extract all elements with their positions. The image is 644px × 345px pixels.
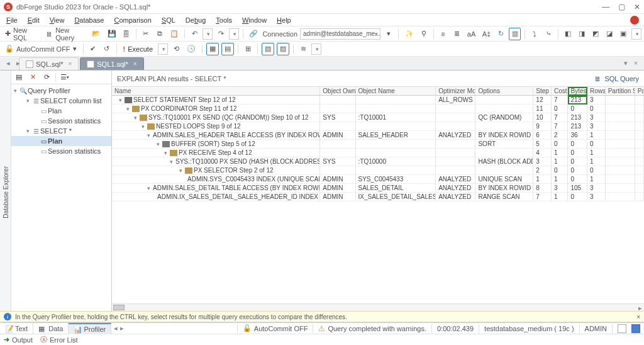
col-header[interactable]: Options (475, 87, 533, 96)
menu-edit[interactable]: Edit (24, 15, 43, 25)
step-into-button[interactable]: ⤷ (543, 28, 554, 40)
maximize-button[interactable]: ▢ (618, 3, 625, 11)
btab-next[interactable]: ▸ (120, 324, 124, 332)
tool-wand2-button[interactable]: ⚲ (418, 28, 430, 40)
tab-close-icon[interactable]: × (133, 60, 137, 67)
grid1-button[interactable]: ▦ (206, 43, 219, 55)
menu-help[interactable]: Help (273, 15, 295, 25)
table-row[interactable]: ▾ADMIN.SALES_HEADER TABLE ACCESS (BY IND… (112, 131, 644, 140)
case-button[interactable]: aA (465, 28, 478, 40)
btab-profiler[interactable]: 📊Profiler (69, 323, 111, 334)
tree-node[interactable]: ▭Plan (11, 106, 111, 116)
tree-node[interactable]: ▭Session statistics (11, 146, 111, 156)
grid4-button[interactable]: ▧ (262, 43, 274, 55)
undo-button[interactable]: ↶ (189, 28, 200, 40)
tab-nav-next[interactable]: ▸ (14, 59, 23, 67)
status-btn1[interactable] (618, 324, 626, 333)
table-row[interactable]: ▾PX RECEIVE Step 4 of 124101 (112, 149, 644, 157)
tree-root[interactable]: ▾🔍Query Profiler (11, 86, 111, 96)
menu-sql[interactable]: SQL (158, 15, 179, 25)
col-header[interactable]: Bytes (568, 87, 587, 96)
profiler-tree[interactable]: ▾🔍Query Profiler▾☰SELECT column list▭Pla… (11, 84, 111, 311)
table-row[interactable]: ADMIN.IX_SALES_DETAIL_SALES_HEADER_ID IN… (112, 193, 644, 201)
align-top-button[interactable]: ≣ (452, 28, 463, 40)
col-header[interactable]: Cost (551, 87, 568, 96)
align-left-button[interactable]: ≡ (438, 28, 449, 40)
table-row[interactable]: ▾NESTED LOOPS Step 9 of 12972133 (112, 122, 644, 131)
bp1-button[interactable]: ◧ (562, 28, 574, 40)
tree-node[interactable]: ▾☰SELECT * (11, 126, 111, 136)
table-row[interactable]: ▾SYS.:TQ10000 PX SEND (HASH (BLOCK ADDRE… (112, 157, 644, 166)
grid3-button[interactable]: ⊞ (242, 43, 253, 55)
redo-history-combo[interactable] (229, 28, 239, 40)
redo-button[interactable]: ↷ (215, 28, 226, 40)
fmt-button[interactable]: ≋ (297, 43, 309, 55)
tab-close-all-button[interactable]: × (631, 59, 640, 67)
menu-tools[interactable]: Tools (212, 15, 236, 25)
delete-icon[interactable]: ✕ (28, 72, 38, 82)
sql-query-link[interactable]: 🗎 SQL Query (594, 75, 639, 82)
hint-close-button[interactable]: × (636, 314, 640, 320)
save-button[interactable]: 💾 (106, 28, 118, 40)
tab-close-icon[interactable]: × (68, 60, 72, 67)
btab-prev[interactable]: ◂ (114, 324, 118, 332)
plan-grid[interactable]: NameObject OwnerObject NameOptimizer Mod… (112, 87, 644, 201)
refresh-tree-icon[interactable]: ⟳ (42, 72, 52, 82)
menu-comparison[interactable]: Comparison (110, 15, 155, 25)
table-row[interactable]: ADMIN.SYS_C0045433 INDEX (UNIQUE SCAN) S… (112, 175, 644, 184)
tab-nav-prev[interactable]: ◂ (4, 59, 13, 67)
col-header[interactable]: Partition Start (605, 87, 635, 96)
open-button[interactable]: 📂 (90, 28, 103, 40)
layout-button[interactable]: ▥ (509, 28, 521, 40)
close-button[interactable]: ✕ (634, 3, 640, 11)
table-row[interactable]: ▾SELECT STATEMENT Step 12 of 12ALL_ROWS1… (112, 96, 644, 105)
exec-cursor-button[interactable]: ⟲ (170, 43, 182, 55)
conn-action-button[interactable]: ▾ (383, 28, 394, 40)
menu-file[interactable]: File (3, 15, 21, 25)
tab-list-button[interactable]: ▾ (621, 59, 630, 67)
connect-icon[interactable]: 🔗 (247, 28, 260, 40)
bp-combo[interactable] (631, 28, 641, 40)
table-row[interactable]: ▾SYS.:TQ10001 PX SEND (QC (RANDOM)) Step… (112, 113, 644, 122)
exec-stop-button[interactable]: 🕓 (184, 43, 198, 55)
bp4-button[interactable]: ◪ (604, 28, 615, 40)
tab-sql1[interactable]: SQL1.sql*× (80, 57, 143, 70)
tool-wand-button[interactable]: ✨ (402, 28, 415, 40)
grid5-button[interactable]: ▨ (277, 43, 289, 55)
cut-button[interactable]: ✂ (140, 28, 152, 40)
col-header[interactable]: Rows (587, 87, 606, 96)
tree-node[interactable]: ▭Session statistics (11, 116, 111, 126)
table-row[interactable]: ▾BUFFER (SORT) Step 5 of 12SORT5000 (112, 140, 644, 149)
step-over-button[interactable]: ⤵ (529, 28, 540, 40)
col-header[interactable]: Pa (635, 87, 643, 96)
filter-icon[interactable]: ▤ (14, 72, 24, 82)
menu-view[interactable]: View (46, 15, 69, 25)
col-header[interactable]: Optimizer Mode (436, 87, 475, 96)
btab-text[interactable]: 📝Text (0, 323, 33, 334)
bp3-button[interactable]: ◩ (590, 28, 601, 40)
col-header[interactable]: Object Owner (320, 87, 355, 96)
horizontal-scrollbar[interactable]: ◂ ▸ (112, 303, 644, 311)
paste-button[interactable]: 📋 (168, 28, 180, 40)
autocommit-toggle[interactable]: 🔓 AutoCommit OFF ▾ (3, 43, 79, 55)
col-header[interactable]: Object Name (355, 87, 436, 96)
menu-database[interactable]: Database (70, 15, 108, 25)
menu-debug[interactable]: Debug (182, 15, 209, 25)
table-row[interactable]: ▾ADMIN.SALES_DETAIL TABLE ACCESS (BY IND… (112, 184, 644, 193)
col-header[interactable]: Name (112, 87, 320, 96)
tree-node[interactable]: ▭Plan (11, 136, 111, 146)
tab-sql[interactable]: SQL.sql*× (19, 57, 79, 70)
copy-button[interactable]: ⧉ (154, 28, 165, 40)
table-row[interactable]: ▾PX SELECTOR Step 2 of 122000 (112, 166, 644, 175)
execute-combo[interactable] (158, 43, 168, 55)
connection-combo[interactable]: admin@testdatabase_me... (300, 28, 380, 40)
execute-button[interactable]: ! Execute (121, 43, 155, 55)
plan-grid-wrapper[interactable]: NameObject OwnerObject NameOptimizer Mod… (112, 87, 644, 303)
tree-node[interactable]: ▾☰SELECT column list (11, 96, 111, 106)
bp5-button[interactable]: ▣ (618, 28, 629, 40)
new-sql-button[interactable]: ✚ New SQL (3, 28, 41, 40)
scroll-thumb[interactable] (113, 305, 125, 310)
status-btn2[interactable] (631, 324, 640, 333)
new-query-button[interactable]: 🗎 New Query (43, 28, 87, 40)
table-row[interactable]: ▾PX COORDINATOR Step 11 of 1211000 (112, 105, 644, 113)
